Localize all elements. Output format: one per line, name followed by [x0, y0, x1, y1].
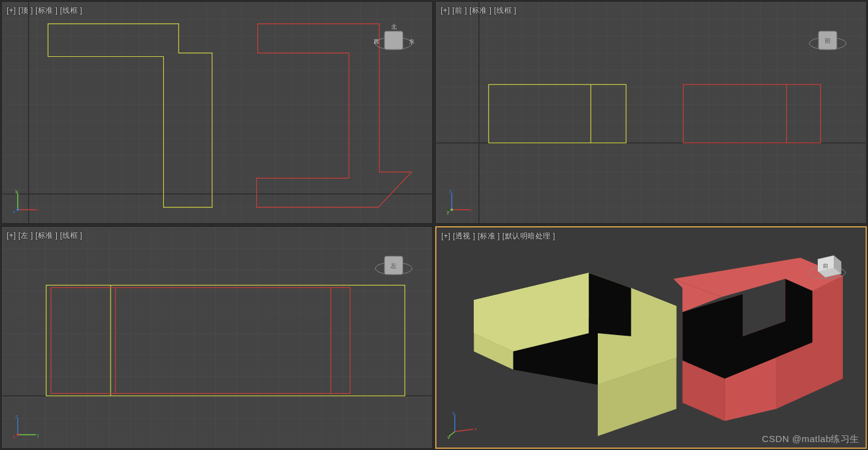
viewport-top[interactable]: [+] [顶 ] [标准 ] [线框 ]	[1, 1, 433, 224]
menu-view[interactable]: [左 ]	[18, 231, 33, 240]
svg-line-63	[455, 429, 473, 432]
menu-plus[interactable]: [+]	[7, 6, 16, 15]
svg-text:前: 前	[823, 263, 828, 269]
svg-rect-29	[2, 227, 432, 448]
svg-rect-1	[2, 2, 432, 223]
front-canvas	[436, 2, 866, 223]
svg-text:x: x	[37, 207, 39, 213]
svg-text:x: x	[13, 434, 15, 440]
viewcube-persp[interactable]: 前	[803, 242, 851, 291]
svg-text:左: 左	[391, 262, 397, 269]
menu-plus[interactable]: [+]	[441, 6, 450, 15]
menu-view[interactable]: [透视 ]	[453, 232, 476, 240]
menu-mode[interactable]: [标准 ]	[469, 6, 492, 15]
menu-view[interactable]: [前 ]	[452, 6, 467, 15]
viewcube-left[interactable]: 左	[370, 242, 417, 290]
menu-view[interactable]: [顶 ]	[18, 6, 33, 15]
svg-rect-5	[384, 31, 403, 50]
svg-text:北: 北	[391, 24, 397, 30]
viewport-perspective[interactable]: [+] [透视 ] [标准 ] [默认明暗处理 ]	[435, 226, 867, 449]
svg-rect-15	[436, 2, 866, 223]
menu-mode[interactable]: [标准 ]	[35, 231, 58, 240]
watermark: CSDN @matlab练习生	[762, 433, 859, 445]
axis-gizmo-top: x y z	[13, 189, 39, 216]
svg-text:东: 东	[409, 39, 414, 45]
svg-text:y: y	[37, 432, 39, 438]
svg-text:x: x	[471, 207, 473, 213]
svg-text:z: z	[15, 414, 18, 419]
menu-mode[interactable]: [标准 ]	[477, 232, 500, 240]
object-yellow-persp	[474, 273, 676, 436]
svg-text:y: y	[447, 435, 450, 439]
viewport-front-label: [+] [前 ] [标准 ] [线框 ]	[441, 6, 517, 16]
left-canvas	[2, 227, 432, 448]
menu-shade[interactable]: [默认明暗处理 ]	[502, 232, 556, 240]
svg-text:y: y	[447, 209, 449, 215]
viewport-top-label: [+] [顶 ] [标准 ] [线框 ]	[7, 6, 83, 16]
viewport-persp-label: [+] [透视 ] [标准 ] [默认明暗处理 ]	[441, 231, 555, 242]
menu-plus[interactable]: [+]	[7, 231, 16, 240]
axis-gizmo-front: x z y	[447, 189, 473, 216]
svg-point-13	[17, 208, 19, 211]
menu-plus[interactable]: [+]	[441, 232, 451, 240]
menu-mode[interactable]: [标准 ]	[35, 6, 58, 15]
svg-text:z: z	[449, 189, 452, 194]
menu-shade[interactable]: [线框 ]	[60, 231, 83, 240]
top-canvas	[2, 2, 432, 223]
persp-canvas	[436, 227, 866, 448]
svg-text:西: 西	[373, 39, 379, 45]
viewport-left[interactable]: [+] [左 ] [标准 ] [线框 ] 左	[1, 226, 433, 449]
axis-gizmo-left: y z x	[13, 414, 39, 441]
viewcube-front[interactable]: 前	[804, 17, 851, 65]
viewcube-top[interactable]: 北 西 东	[370, 17, 417, 65]
viewport-front[interactable]: [+] [前 ] [标准 ] [线框 ] 前	[435, 1, 867, 224]
svg-text:y: y	[15, 189, 18, 194]
svg-text:x: x	[474, 426, 477, 432]
viewport-quad: [+] [顶 ] [标准 ] [线框 ]	[0, 0, 868, 450]
svg-point-27	[451, 208, 453, 211]
menu-shade[interactable]: [线框 ]	[494, 6, 517, 15]
viewport-left-label: [+] [左 ] [标准 ] [线框 ]	[7, 231, 83, 241]
menu-shade[interactable]: [线框 ]	[60, 6, 83, 15]
svg-text:前: 前	[825, 37, 831, 44]
axis-gizmo-persp: x y z	[447, 411, 478, 440]
svg-point-41	[17, 433, 19, 436]
svg-text:z: z	[452, 411, 455, 416]
svg-text:z: z	[13, 209, 15, 215]
